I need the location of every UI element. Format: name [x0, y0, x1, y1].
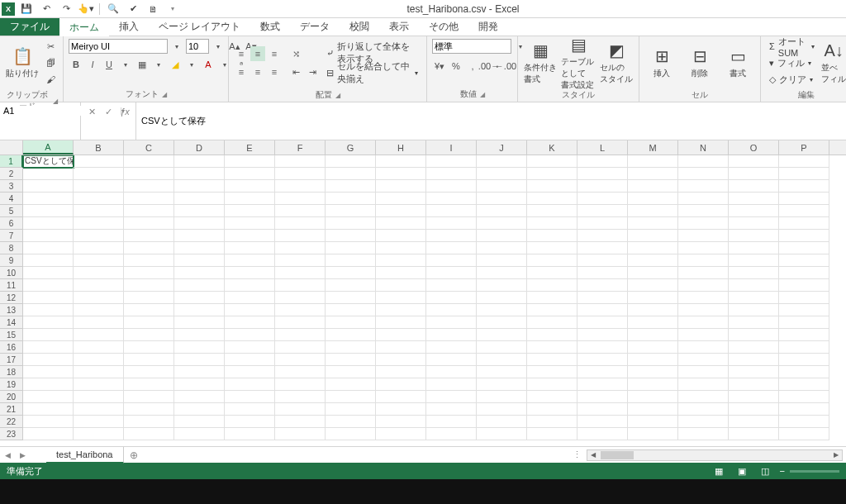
- cell[interactable]: [729, 217, 779, 230]
- cell[interactable]: [527, 292, 577, 304]
- cell[interactable]: [124, 366, 174, 378]
- cell[interactable]: [729, 193, 779, 205]
- cell[interactable]: [174, 428, 225, 440]
- clear-button[interactable]: ◇クリア▾: [766, 72, 818, 87]
- cell[interactable]: [275, 230, 326, 242]
- cell[interactable]: [376, 341, 426, 354]
- align-center-icon[interactable]: ≡: [250, 64, 265, 79]
- cell[interactable]: [426, 230, 477, 242]
- cell[interactable]: [23, 254, 74, 267]
- cell[interactable]: [779, 267, 829, 279]
- cell[interactable]: [326, 416, 376, 428]
- cell[interactable]: [628, 168, 678, 180]
- cell[interactable]: [527, 304, 577, 316]
- number-format-select[interactable]: [432, 39, 511, 54]
- cell[interactable]: [527, 391, 577, 403]
- cell[interactable]: [174, 193, 225, 205]
- cell[interactable]: [577, 279, 628, 292]
- percent-icon[interactable]: %: [449, 59, 463, 74]
- cell[interactable]: [477, 254, 527, 267]
- cell[interactable]: [628, 366, 678, 378]
- cell[interactable]: [678, 354, 729, 366]
- cell[interactable]: [577, 428, 628, 440]
- row-header[interactable]: 3: [0, 180, 23, 193]
- cell[interactable]: [376, 329, 426, 341]
- cell[interactable]: [779, 279, 829, 292]
- column-header[interactable]: O: [729, 140, 779, 155]
- cell[interactable]: [729, 366, 779, 378]
- sheet-tab-active[interactable]: test_Haribona: [46, 447, 124, 464]
- cell[interactable]: [74, 316, 124, 329]
- cell[interactable]: [678, 279, 729, 292]
- cell[interactable]: [477, 354, 527, 366]
- cell[interactable]: [628, 180, 678, 193]
- undo-icon[interactable]: ↶: [38, 2, 55, 17]
- cell[interactable]: [275, 354, 326, 366]
- cell[interactable]: [729, 242, 779, 254]
- cell[interactable]: [477, 230, 527, 242]
- cell[interactable]: [779, 217, 829, 230]
- cell[interactable]: [426, 403, 477, 416]
- cell[interactable]: [577, 267, 628, 279]
- cell[interactable]: [678, 267, 729, 279]
- cell[interactable]: [477, 316, 527, 329]
- column-header[interactable]: I: [426, 140, 477, 155]
- row-header[interactable]: 19: [0, 378, 23, 391]
- row-header[interactable]: 10: [0, 267, 23, 279]
- cell[interactable]: [376, 205, 426, 217]
- horizontal-scrollbar[interactable]: ◀ ▶: [587, 449, 843, 461]
- cell[interactable]: [124, 279, 174, 292]
- cell[interactable]: [376, 279, 426, 292]
- cell[interactable]: [124, 428, 174, 440]
- cell[interactable]: [275, 378, 326, 391]
- autosum-button[interactable]: Σオート SUM▾: [766, 39, 818, 54]
- column-header[interactable]: G: [326, 140, 376, 155]
- cell[interactable]: [275, 391, 326, 403]
- cell[interactable]: [124, 242, 174, 254]
- cell[interactable]: [426, 378, 477, 391]
- align-bottom-icon[interactable]: ≡: [267, 46, 282, 61]
- cell[interactable]: [225, 316, 275, 329]
- cell[interactable]: [376, 304, 426, 316]
- cell[interactable]: [74, 428, 124, 440]
- cell[interactable]: [678, 304, 729, 316]
- cell[interactable]: [326, 193, 376, 205]
- cell[interactable]: [225, 180, 275, 193]
- touch-mode-icon[interactable]: 👆▾: [78, 2, 94, 17]
- cell[interactable]: [779, 403, 829, 416]
- cell[interactable]: [577, 217, 628, 230]
- cell[interactable]: [477, 155, 527, 168]
- cell[interactable]: [225, 416, 275, 428]
- cell[interactable]: [225, 304, 275, 316]
- cell[interactable]: [426, 354, 477, 366]
- cell[interactable]: [628, 193, 678, 205]
- cell[interactable]: [74, 292, 124, 304]
- fx-icon[interactable]: ƒx: [117, 104, 132, 119]
- zoom-out-icon[interactable]: −: [780, 466, 785, 476]
- column-header[interactable]: K: [527, 140, 577, 155]
- cell[interactable]: [527, 168, 577, 180]
- underline-button[interactable]: U: [102, 57, 116, 72]
- cell[interactable]: [74, 403, 124, 416]
- cell[interactable]: [225, 428, 275, 440]
- cell[interactable]: [23, 180, 74, 193]
- cell[interactable]: [577, 366, 628, 378]
- cell[interactable]: [174, 155, 225, 168]
- cell[interactable]: [628, 292, 678, 304]
- scroll-thumb[interactable]: [601, 451, 634, 459]
- column-header[interactable]: E: [225, 140, 275, 155]
- increase-indent-icon[interactable]: ⇥: [305, 64, 320, 79]
- cell[interactable]: [225, 366, 275, 378]
- cell[interactable]: [779, 230, 829, 242]
- cell[interactable]: [23, 242, 74, 254]
- view-normal-icon[interactable]: ▦: [711, 464, 727, 478]
- cell[interactable]: [577, 304, 628, 316]
- cell[interactable]: [577, 329, 628, 341]
- cell[interactable]: [477, 403, 527, 416]
- cell[interactable]: [225, 279, 275, 292]
- cell[interactable]: [628, 329, 678, 341]
- cell[interactable]: [275, 217, 326, 230]
- row-header[interactable]: 5: [0, 205, 23, 217]
- cell[interactable]: [376, 403, 426, 416]
- cell[interactable]: [124, 391, 174, 403]
